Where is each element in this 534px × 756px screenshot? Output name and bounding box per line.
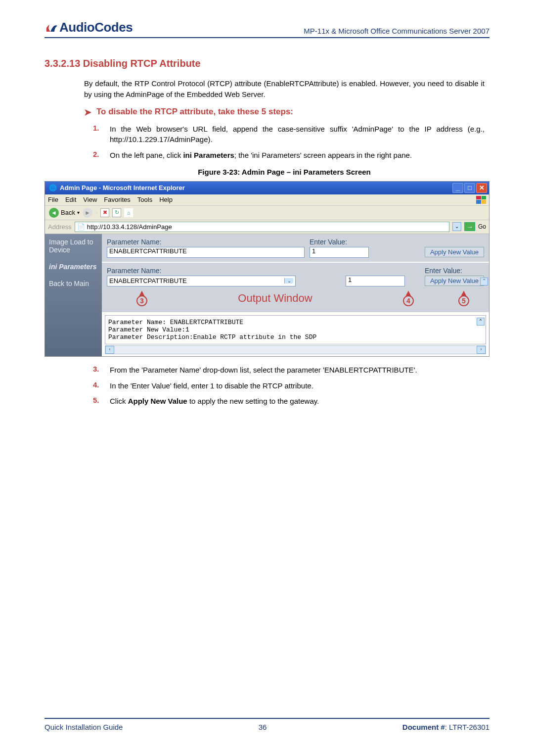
page-number: 36 — [259, 723, 267, 731]
page-header: AudioCodes MP-11x & Microsoft Office Com… — [44, 20, 490, 35]
go-button[interactable]: → — [464, 222, 475, 231]
back-button[interactable]: ◄ Back ▾ — [49, 208, 80, 218]
scroll-up-icon[interactable]: ⌃ — [477, 318, 485, 326]
step-3: 3. From the 'Parameter Name' drop-down l… — [93, 365, 485, 376]
step-5: 5. Click Apply New Value to apply the ne… — [93, 396, 485, 407]
output-window: Parameter Name: ENABLERTCPATTRIBUTE Para… — [105, 315, 486, 344]
step-2: 2. On the left pane, click ini Parameter… — [93, 150, 485, 161]
refresh-icon[interactable]: ↻ — [112, 208, 121, 217]
toolbar: ◄ Back ▾ ► - ✖ ↻ ⌂ — [45, 206, 489, 220]
home-icon[interactable]: ⌂ — [124, 208, 133, 217]
window-title: 🌐 Admin Page - Microsoft Internet Explor… — [49, 184, 185, 191]
header-rule — [44, 37, 490, 38]
param-panel-top: Parameter Name: Enter Value: ENABLERTCPA… — [102, 234, 489, 263]
page-footer: Quick Installation Guide 36 Document #: … — [44, 718, 490, 731]
step-text: In the 'Enter Value' field, enter 1 to d… — [110, 380, 485, 391]
nav-image-load[interactable]: Image Load to Device — [49, 238, 98, 254]
window-titlebar: 🌐 Admin Page - Microsoft Internet Explor… — [45, 182, 489, 194]
apply-button-top[interactable]: Apply New Value — [425, 247, 484, 257]
brand-text: AudioCodes — [59, 20, 133, 35]
enter-value-input[interactable]: 1 — [346, 276, 405, 286]
logo-icon — [44, 21, 58, 35]
window-buttons: _ □ ✕ — [452, 183, 487, 193]
steps-heading: ➤ To disable the RTCP attribute, take th… — [84, 107, 485, 118]
menu-file[interactable]: File — [48, 196, 58, 204]
left-nav: Image Load to Device ini Parameters Back… — [45, 234, 102, 356]
address-bar: Address 📄 http://10.33.4.128/AdminPage ⌄… — [45, 220, 489, 234]
param-panel-bottom: Parameter Name: Enter Value: ENABLERTCPA… — [102, 263, 489, 313]
param-name-label: Parameter Name: — [107, 238, 305, 246]
menu-help[interactable]: Help — [159, 196, 173, 204]
step-text: Click Apply New Value to apply the new s… — [110, 396, 485, 407]
section-heading: 3.3.2.13 Disabling RTCP Attribute — [44, 58, 490, 69]
step-text: On the left pane, click ini Parameters; … — [110, 150, 485, 161]
address-label: Address — [48, 223, 72, 231]
forward-button[interactable]: ► — [83, 208, 92, 218]
step-text: From the 'Parameter Name' drop-down list… — [110, 365, 485, 376]
nav-ini-parameters[interactable]: ini Parameters — [49, 263, 98, 271]
address-input[interactable]: 📄 http://10.33.4.128/AdminPage — [75, 222, 449, 232]
nav-back-main[interactable]: Back to Main — [49, 280, 98, 287]
menu-tools[interactable]: Tools — [137, 196, 152, 204]
chevron-down-icon: ⌄ — [284, 278, 293, 284]
close-button[interactable]: ✕ — [476, 183, 487, 193]
header-product: MP-11x & Microsoft Office Communications… — [304, 27, 490, 35]
output-window-label: Output Window — [238, 292, 312, 304]
callout-5: ▲5 — [458, 290, 469, 306]
param-name-label: Parameter Name: — [107, 267, 305, 275]
callout-3: ▲3 — [136, 290, 147, 306]
brand-logo: AudioCodes — [44, 20, 133, 35]
figure-caption: Figure 3-23: Admin Page – ini Parameters… — [84, 168, 485, 176]
footer-right: Document #: LTRT-26301 — [402, 723, 490, 731]
enter-value-label: Enter Value: — [425, 267, 484, 275]
step-1: 1. In the Web browser's URL field, appen… — [93, 124, 485, 145]
arrow-icon: ➤ — [84, 107, 91, 118]
menu-bar: File Edit View Favorites Tools Help — [45, 194, 489, 206]
windows-flag-icon — [476, 196, 486, 204]
footer-rule — [44, 718, 490, 719]
callout-4: ▲4 — [403, 290, 414, 306]
content-area: Image Load to Device ini Parameters Back… — [45, 234, 489, 356]
address-dropdown-icon[interactable]: ⌄ — [452, 222, 461, 231]
page-icon: 📄 — [77, 223, 85, 231]
step-number: 3. — [93, 365, 103, 376]
enter-value-label: Enter Value: — [310, 238, 369, 246]
go-label: Go — [478, 223, 486, 230]
step-number: 1. — [93, 124, 103, 145]
step-number: 5. — [93, 396, 103, 407]
step-text: In the Web browser's URL field, append t… — [110, 124, 485, 145]
stop-icon[interactable]: ✖ — [100, 208, 109, 217]
apply-button-bottom[interactable]: Apply New Value — [425, 276, 484, 286]
param-name-select[interactable]: ENABLERTCPATTRIBUTE⌄ — [107, 276, 296, 286]
right-pane: Parameter Name: Enter Value: ENABLERTCPA… — [102, 234, 489, 356]
param-name-input[interactable]: ENABLERTCPATTRIBUTE — [107, 247, 305, 258]
minimize-button[interactable]: _ — [452, 183, 463, 193]
horizontal-scrollbar[interactable]: ‹ › — [105, 345, 486, 354]
maximize-button[interactable]: □ — [464, 183, 475, 193]
step-number: 2. — [93, 150, 103, 161]
menu-favorites[interactable]: Favorites — [104, 196, 130, 204]
admin-page-screenshot: 🌐 Admin Page - Microsoft Internet Explor… — [44, 181, 490, 357]
step-4: 4. In the 'Enter Value' field, enter 1 t… — [93, 380, 485, 391]
scroll-up-icon[interactable]: ⌃ — [480, 278, 488, 285]
scroll-right-icon[interactable]: › — [477, 346, 486, 354]
scroll-left-icon[interactable]: ‹ — [105, 346, 114, 354]
enter-value-input[interactable]: 1 — [310, 247, 369, 258]
intro-paragraph: By default, the RTP Control Protocol (RT… — [84, 78, 485, 100]
menu-view[interactable]: View — [83, 196, 97, 204]
ie-icon: 🌐 — [49, 184, 57, 191]
back-icon: ◄ — [49, 208, 59, 218]
step-number: 4. — [93, 380, 103, 391]
footer-left: Quick Installation Guide — [44, 723, 123, 731]
steps-heading-text: To disable the RTCP attribute, take thes… — [96, 107, 293, 117]
menu-edit[interactable]: Edit — [65, 196, 76, 204]
